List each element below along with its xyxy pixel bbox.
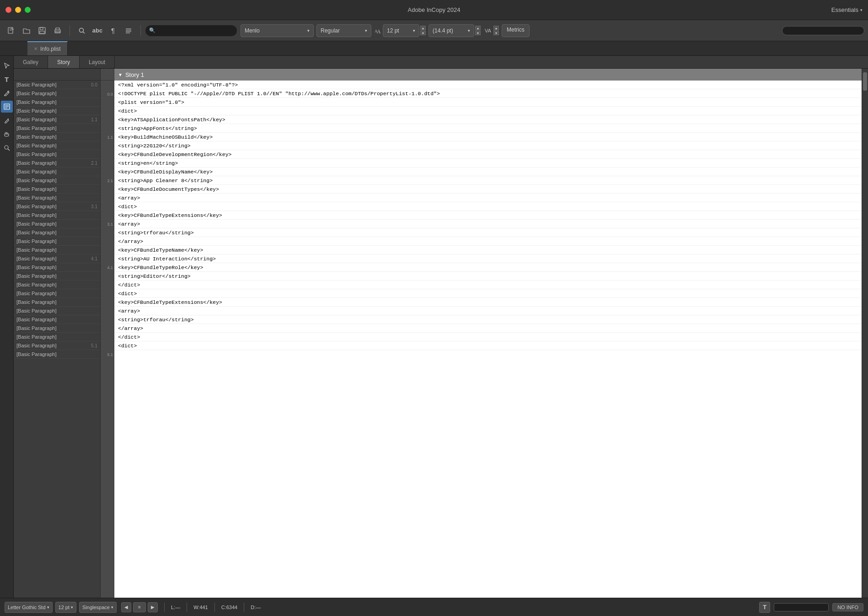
font-size-down-button[interactable]: ▼ — [420, 31, 426, 35]
font-size-stepper[interactable]: ▲ ▼ — [420, 26, 426, 35]
close-button[interactable] — [5, 7, 11, 13]
align-button[interactable] — [121, 23, 136, 38]
svg-line-23 — [8, 149, 10, 151]
story-editor-tool[interactable] — [1, 101, 13, 113]
xml-line[interactable]: <string>trforau</string> — [114, 315, 862, 324]
xml-line[interactable]: <string>Editor</string> — [114, 272, 862, 281]
tracking-up-button[interactable]: ▲ — [493, 26, 499, 30]
xml-line[interactable]: <string>en</string> — [114, 159, 862, 168]
type-tool[interactable]: T — [1, 73, 13, 85]
xml-line[interactable]: <string>AppFonts</string> — [114, 124, 862, 133]
xml-line[interactable]: <key>CFBundleTypeExtensions</key> — [114, 298, 862, 307]
maximize-button[interactable] — [25, 7, 31, 13]
save-button[interactable] — [35, 23, 49, 38]
tracking-stepper[interactable]: ▲ ▼ — [493, 26, 499, 35]
xml-line[interactable]: <key>ATSApplicationFontsPath</key> — [114, 115, 862, 124]
xml-line[interactable]: <key>BuildMachineOSBuild</key> — [114, 133, 862, 141]
text-icon-button[interactable]: T — [759, 602, 770, 613]
status-sep-3 — [214, 603, 215, 612]
xml-line[interactable]: <array> — [114, 307, 862, 315]
top-right-search-area — [782, 26, 864, 35]
tracking-down-button[interactable]: ▼ — [493, 31, 499, 35]
font-family-dropdown[interactable]: Menlo ▾ — [241, 24, 314, 37]
find-button[interactable] — [75, 23, 89, 38]
zoom-tool[interactable] — [1, 142, 13, 154]
xml-line[interactable]: <key>CFBundleTypeExtensions</key> — [114, 211, 862, 220]
tool-sidebar: T — [0, 56, 14, 598]
xml-line[interactable]: <dict> — [114, 202, 862, 211]
view-tabs-bar: Galley Story Layout — [14, 56, 868, 69]
xml-line[interactable]: <dict> — [114, 341, 862, 350]
xml-line[interactable]: <!DOCTYPE plist PUBLIC "-//Apple//DTD PL… — [114, 89, 862, 98]
xml-line[interactable]: <string>22G120</string> — [114, 141, 862, 150]
separator-2 — [140, 25, 141, 36]
prev-page-button[interactable]: ◀ — [121, 602, 131, 612]
xml-line[interactable]: <dict> — [114, 107, 862, 115]
font-size-status-dropdown[interactable]: 12 pt ▾ — [55, 602, 76, 613]
xml-line[interactable]: <key>CFBundleDisplayName</key> — [114, 168, 862, 176]
xml-line[interactable]: <?xml version="1.0" encoding="UTF-8"?> — [114, 81, 862, 89]
open-button[interactable] — [19, 23, 34, 38]
tab-story[interactable]: Story — [48, 56, 80, 68]
xml-line[interactable]: <key>CFBundleTypeRole</key> — [114, 263, 862, 272]
new-button[interactable] — [4, 23, 18, 38]
font-style-dropdown[interactable]: Regular ▾ — [316, 24, 371, 37]
pencil-tool[interactable] — [1, 114, 13, 126]
top-search-input[interactable] — [782, 26, 864, 35]
print-button[interactable] — [50, 23, 65, 38]
status-spacing-chevron-icon: ▾ — [111, 605, 113, 610]
font-search-box[interactable]: 🔍 — [145, 25, 237, 36]
font-size-up-button[interactable]: ▲ — [420, 26, 426, 30]
vertical-scrollbar[interactable] — [862, 69, 868, 598]
status-spacing-label: Singlespace — [82, 605, 110, 610]
hand-tool[interactable] — [1, 128, 13, 140]
pen-tool[interactable] — [1, 87, 13, 99]
xml-line[interactable]: <string>App Cleaner 8</string> — [114, 176, 862, 185]
workspace-selector[interactable]: Essentials ▾ — [831, 6, 863, 13]
xml-line[interactable]: </dict> — [114, 333, 862, 341]
para-label-row: [Basic Paragraph] — [14, 237, 100, 246]
xml-line[interactable]: <dict> — [114, 289, 862, 298]
font-family-status-dropdown[interactable]: Letter Gothic Std ▾ — [5, 602, 53, 613]
xml-line[interactable]: <string>AU Interaction</string> — [114, 254, 862, 263]
metrics-button[interactable]: Metrics — [502, 24, 530, 37]
para-label-row: [Basic Paragraph] — [14, 263, 100, 272]
tab-close-icon[interactable]: ✕ — [34, 46, 38, 51]
paragraph-button[interactable]: ¶ — [106, 23, 120, 38]
leading-dropdown[interactable]: (14.4 pt) ▾ — [429, 24, 474, 37]
svg-point-8 — [80, 28, 84, 32]
leading-down-button[interactable]: ▼ — [475, 31, 481, 35]
xml-content-area[interactable]: <?xml version="1.0" encoding="UTF-8"?><!… — [114, 81, 862, 598]
tracking-icon: VA — [483, 23, 493, 38]
next-page-button[interactable]: ▶ — [148, 602, 158, 612]
tab-layout[interactable]: Layout — [80, 56, 115, 68]
xml-line[interactable]: <key>CFBundleTypeName</key> — [114, 246, 862, 254]
xml-line[interactable]: <array> — [114, 220, 862, 228]
leading-up-button[interactable]: ▲ — [475, 26, 481, 30]
status-depth: D:— — [249, 605, 263, 610]
leading-stepper[interactable]: ▲ ▼ — [475, 26, 481, 35]
status-search-input[interactable] — [774, 603, 829, 611]
font-style-label: Regular — [321, 27, 340, 34]
svg-rect-5 — [40, 31, 44, 33]
paragraph-labels-container: [Basic Paragraph]0.0[Basic Paragraph][Ba… — [14, 81, 100, 359]
para-label-row: [Basic Paragraph] — [14, 176, 100, 185]
story-collapse-icon[interactable]: ▼ — [118, 72, 123, 77]
xml-line[interactable]: <plist version="1.0"> — [114, 98, 862, 107]
ruler-tick: 0.0 — [107, 92, 113, 97]
xml-line[interactable]: <key>CFBundleDocumentTypes</key> — [114, 185, 862, 194]
xml-line[interactable]: <string>trforau</string> — [114, 228, 862, 237]
xml-line[interactable]: </dict> — [114, 281, 862, 289]
xml-line[interactable]: <key>CFBundleDevelopmentRegion</key> — [114, 150, 862, 159]
xml-line[interactable]: </array> — [114, 237, 862, 246]
tab-info-plist[interactable]: ✕ Info.plist — [27, 41, 68, 55]
font-size-dropdown[interactable]: 12 pt ▾ — [383, 24, 419, 37]
minimize-button[interactable] — [15, 7, 21, 13]
spacing-status-dropdown[interactable]: Singlespace ▾ — [79, 602, 117, 613]
scrollbar-thumb[interactable] — [863, 72, 867, 91]
spellcheck-button[interactable]: abc — [90, 23, 105, 38]
xml-line[interactable]: </array> — [114, 324, 862, 333]
xml-line[interactable]: <array> — [114, 194, 862, 202]
select-tool[interactable] — [1, 59, 13, 71]
tab-galley[interactable]: Galley — [14, 56, 48, 68]
